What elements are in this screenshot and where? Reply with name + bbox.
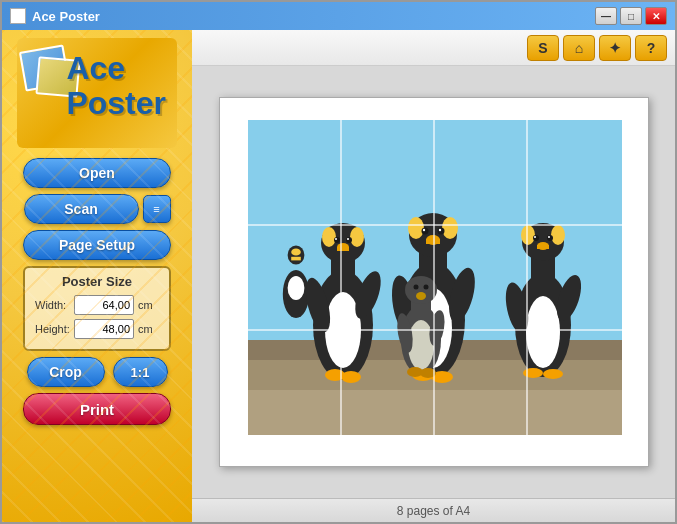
svg-point-47 [423, 285, 428, 290]
logo-text: AcePoster [66, 51, 166, 121]
penguin-scene-svg [248, 120, 622, 435]
sidebar: AcePoster Open Scan ≡ Page Setup Poster … [2, 30, 192, 522]
status-bar: 8 pages of A4 [192, 498, 675, 522]
svg-point-33 [421, 228, 428, 235]
title-bar-left: Ace Poster [10, 8, 100, 24]
scan-button[interactable]: Scan [24, 194, 139, 224]
svg-rect-32 [426, 239, 440, 244]
svg-point-17 [334, 237, 340, 243]
open-button[interactable]: Open [23, 158, 171, 188]
svg-point-60 [533, 235, 539, 241]
main-content: AcePoster Open Scan ≡ Page Setup Poster … [2, 30, 675, 522]
page-setup-button[interactable]: Page Setup [23, 230, 171, 260]
dollar-button[interactable]: S [527, 35, 559, 61]
help-button[interactable]: ? [635, 35, 667, 61]
svg-point-34 [437, 228, 444, 235]
width-label: Width: [35, 299, 70, 311]
app-icon [10, 8, 26, 24]
maximize-button[interactable]: □ [620, 7, 642, 25]
crop-row: Crop 1:1 [27, 357, 168, 387]
close-button[interactable]: ✕ [645, 7, 667, 25]
poster-image [248, 120, 622, 435]
scan-extra-button[interactable]: ≡ [143, 195, 171, 223]
svg-point-56 [521, 225, 535, 245]
width-row: Width: cm [35, 295, 159, 315]
svg-point-14 [350, 227, 364, 247]
title-bar: Ace Poster — □ ✕ [2, 2, 675, 30]
svg-point-57 [551, 225, 565, 245]
main-window: Ace Poster — □ ✕ AcePoster [0, 0, 677, 524]
poster-size-box: Poster Size Width: cm Height: cm [23, 266, 171, 351]
svg-point-5 [287, 276, 304, 300]
minimize-button[interactable]: — [595, 7, 617, 25]
svg-rect-59 [537, 245, 549, 249]
svg-point-20 [347, 238, 349, 240]
logo-container: AcePoster [17, 38, 177, 148]
svg-point-19 [335, 238, 337, 240]
svg-point-62 [534, 236, 536, 238]
canvas-area [192, 66, 675, 498]
scan-row: Scan ≡ [24, 194, 171, 224]
svg-point-46 [413, 285, 418, 290]
height-input[interactable] [74, 319, 134, 339]
dollar-icon: S [538, 40, 547, 56]
width-input[interactable] [74, 295, 134, 315]
tools-icon: ✦ [609, 40, 621, 56]
svg-point-29 [408, 217, 424, 239]
svg-point-18 [346, 237, 352, 243]
svg-point-63 [548, 236, 550, 238]
poster-canvas [219, 97, 649, 467]
status-text: 8 pages of A4 [397, 504, 470, 518]
height-label: Height: [35, 323, 70, 335]
tools-button[interactable]: ✦ [599, 35, 631, 61]
svg-point-13 [322, 227, 336, 247]
window-controls: — □ ✕ [595, 7, 667, 25]
ratio-button[interactable]: 1:1 [113, 357, 168, 387]
poster-size-title: Poster Size [35, 274, 159, 289]
svg-point-36 [438, 229, 440, 231]
logo-area: AcePoster [22, 43, 172, 143]
top-toolbar: S ⌂ ✦ ? [192, 30, 675, 66]
window-title: Ace Poster [32, 9, 100, 24]
svg-rect-8 [291, 257, 301, 261]
svg-point-45 [416, 292, 426, 300]
help-icon: ? [647, 40, 656, 56]
print-button[interactable]: Print [23, 393, 171, 425]
svg-point-67 [543, 369, 563, 379]
width-unit: cm [138, 299, 153, 311]
right-panel: S ⌂ ✦ ? [192, 30, 675, 522]
svg-point-53 [526, 296, 560, 368]
svg-point-35 [422, 229, 424, 231]
height-row: Height: cm [35, 319, 159, 339]
svg-point-24 [341, 371, 361, 383]
height-unit: cm [138, 323, 153, 335]
svg-rect-3 [248, 390, 622, 435]
svg-point-66 [523, 368, 543, 378]
home-icon: ⌂ [575, 40, 583, 56]
svg-point-61 [547, 235, 553, 241]
crop-button[interactable]: Crop [27, 357, 105, 387]
svg-point-7 [291, 248, 301, 255]
home-button[interactable]: ⌂ [563, 35, 595, 61]
svg-point-30 [442, 217, 458, 239]
svg-rect-16 [337, 247, 349, 251]
